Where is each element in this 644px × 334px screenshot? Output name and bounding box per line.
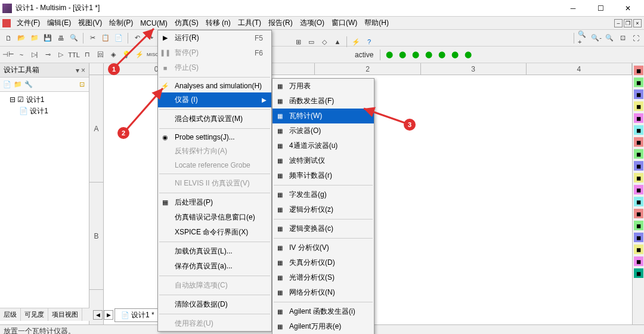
menu-item[interactable]: 混合模式仿真设置(M) [158, 112, 271, 126]
menu-item[interactable]: 清除仪器数据(D) [158, 297, 271, 312]
doctab-left-icon[interactable]: ◀ [93, 310, 103, 320]
instr-icon[interactable]: ◼ [634, 245, 643, 254]
instr-icon[interactable]: ◼ [634, 161, 643, 171]
mid-icon[interactable]: ▲ [332, 36, 343, 48]
menu-item[interactable]: ▦Agilent万用表(e) [273, 319, 374, 334]
instr-icon[interactable]: ◼ [634, 125, 643, 135]
open-icon[interactable]: 📂 [16, 32, 27, 44]
menu-item[interactable]: ▦示波器(O) [273, 123, 374, 138]
help-icon[interactable]: ? [363, 36, 375, 48]
tab-project[interactable]: 项目视图 [48, 308, 82, 321]
menu-file[interactable]: 文件(F) [13, 17, 44, 29]
mid-icon[interactable]: ▭ [305, 36, 317, 48]
probe-dig-icon[interactable]: ⬤ [449, 49, 461, 61]
menu-item[interactable]: ▦IV 分析仪(V) [273, 240, 374, 255]
zoom-in-icon[interactable]: 🔍+ [577, 32, 589, 44]
print-icon[interactable]: 🖶 [55, 32, 67, 44]
probe-diff-icon[interactable]: ⬤ [423, 49, 435, 61]
save-icon[interactable]: 💾 [42, 32, 54, 44]
mid-icon[interactable]: ⊞ [292, 36, 304, 48]
doctab-active[interactable]: 📄 设计1 * [114, 308, 161, 322]
probe-set-icon[interactable]: ⬤ [462, 49, 474, 61]
probe-i-icon[interactable]: ⬤ [397, 49, 408, 61]
tree-node-root[interactable]: ⊟ ☑ 设计1 [2, 94, 86, 106]
menu-item[interactable]: 仪器 (I)▶ [158, 92, 271, 107]
instr-icon[interactable]: ◼ [634, 89, 643, 99]
menu-simulate[interactable]: 仿真(S) [171, 17, 202, 29]
mdi-restore-icon[interactable]: ❐ [624, 19, 632, 27]
open2-icon[interactable]: 📁 [29, 32, 41, 44]
comp-source-icon[interactable]: ~ [16, 49, 27, 61]
new-icon[interactable]: 🗋 [2, 32, 14, 44]
menu-item[interactable]: ▦逻辑分析仪(z) [273, 202, 374, 217]
maximize-button[interactable]: ☐ [587, 2, 614, 15]
menu-item[interactable]: ▦失真分析仪(D) [273, 255, 374, 270]
tb-icon-1[interactable]: 📄 [2, 80, 12, 89]
menu-item[interactable]: 仿真错误记录信息窗口(e) [158, 210, 271, 225]
mdi-min-icon[interactable]: – [614, 19, 623, 27]
tb-icon-3[interactable]: 🔧 [24, 80, 33, 89]
menu-item[interactable]: ▦字发生器(g) [273, 187, 374, 202]
instr-icon[interactable]: ◼ [634, 221, 643, 230]
instr-icon[interactable]: ◼ [634, 113, 643, 123]
instr-icon[interactable]: ◼ [634, 268, 643, 278]
menu-item[interactable]: ▦网络分析仪(N) [273, 285, 374, 300]
instr-icon[interactable]: ◼ [634, 149, 643, 159]
comp-diode-icon[interactable]: ▷| [29, 49, 41, 61]
doctab-right-icon[interactable]: ▶ [104, 310, 113, 320]
comp-ttl-icon[interactable]: TTL [68, 49, 80, 61]
comp-misc-icon[interactable]: 回 [94, 49, 106, 61]
instr-icon[interactable]: ◼ [634, 66, 643, 75]
menu-help[interactable]: 帮助(H) [361, 17, 392, 29]
menu-item[interactable]: XSPICE 命令行界面(X) [158, 225, 271, 240]
instr-icon[interactable]: ◼ [634, 137, 643, 147]
menu-item[interactable]: ▦Agilent 函数发生器(i) [273, 304, 374, 319]
zoom-region-icon[interactable]: 🔍 [603, 32, 615, 44]
instr-icon[interactable]: ◼ [634, 209, 643, 218]
mdi-close-icon[interactable]: × [633, 19, 642, 27]
instr-icon[interactable]: ◼ [634, 185, 643, 194]
probe-v-icon[interactable]: ⬤ [383, 49, 395, 61]
comp-basic-icon[interactable]: ⊣⊢ [2, 49, 14, 61]
menu-item[interactable]: ▶运行(R)F5 [158, 30, 271, 45]
instr-icon[interactable]: ◼ [634, 101, 643, 111]
comp-analog-icon[interactable]: ▷ [55, 49, 67, 61]
instr-icon[interactable]: ◼ [634, 78, 643, 87]
menu-item[interactable]: 保存仿真设置(a)... [158, 259, 271, 274]
menu-window[interactable]: 窗口(W) [328, 17, 361, 29]
instr-icon[interactable]: ◼ [634, 233, 643, 242]
menu-tools[interactable]: 工具(T) [234, 17, 265, 29]
menu-item[interactable]: ▦光谱分析仪(S) [273, 270, 374, 285]
mid-icon[interactable]: ◇ [318, 36, 330, 48]
comp-transistor-icon[interactable]: ⊸ [42, 49, 54, 61]
instr-icon[interactable]: ◼ [634, 173, 643, 183]
probe-ref-icon[interactable]: ⬤ [436, 49, 448, 61]
menu-item[interactable]: ▦瓦特计(W) [273, 109, 374, 123]
preview-icon[interactable]: 🔍 [68, 32, 80, 44]
instr-icon[interactable]: ◼ [634, 256, 643, 266]
menu-item[interactable]: ▦波特测试仪 [273, 153, 374, 168]
menu-item[interactable]: ▦函数发生器(F) [273, 94, 374, 109]
zoom-fit-icon[interactable]: ⊡ [617, 32, 628, 44]
design-tree[interactable]: ⊟ ☑ 设计1 📄 设计1 [0, 92, 89, 324]
instr-icon[interactable]: ◼ [634, 197, 643, 206]
zoom-out-icon[interactable]: 🔍- [590, 32, 602, 44]
tab-hierarchy[interactable]: 层级 [0, 308, 21, 321]
menu-reports[interactable]: 报告(R) [265, 17, 296, 29]
toolbox-close-icon[interactable]: ▾ × [76, 66, 85, 75]
menu-item[interactable]: ⚡Analyses and simulation(H) [158, 79, 271, 92]
menu-item[interactable]: ▦万用表 [273, 79, 374, 94]
cut-icon[interactable]: ✂ [86, 32, 98, 44]
menu-view[interactable]: 视图(V) [75, 17, 106, 29]
menu-item[interactable]: ▦4通道示波器(u) [273, 138, 374, 153]
menu-edit[interactable]: 编辑(E) [44, 17, 75, 29]
minimize-button[interactable]: ─ [559, 2, 587, 15]
tb-icon-4[interactable]: ⊡ [77, 80, 86, 89]
zoom-full-icon[interactable]: ⛶ [630, 32, 642, 44]
tb-icon-2[interactable]: 📁 [13, 80, 23, 89]
menu-item[interactable]: ▦后处理器(P) [158, 195, 271, 210]
tab-visibility[interactable]: 可见度 [21, 308, 48, 321]
close-button[interactable]: ✕ [614, 2, 642, 15]
menu-item[interactable]: ▦频率计数器(r) [273, 168, 374, 183]
comp-cmos-icon[interactable]: ⊓ [81, 49, 93, 61]
